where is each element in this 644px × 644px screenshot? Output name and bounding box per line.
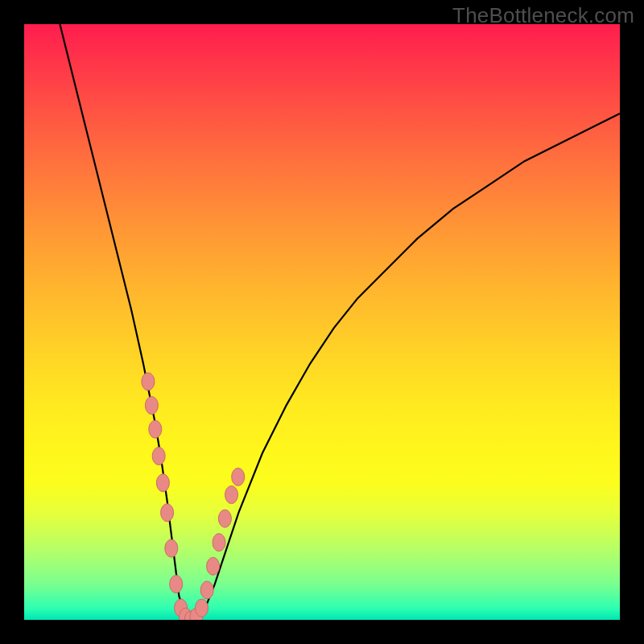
bottleneck-curve-svg: [24, 24, 620, 620]
curve-marker: [156, 474, 169, 492]
curve-marker: [213, 534, 225, 551]
curve-marker: [142, 373, 155, 390]
curve-marker: [200, 581, 213, 599]
bottleneck-curve: [60, 24, 620, 620]
plot-area: [24, 24, 620, 620]
curve-marker: [149, 420, 162, 438]
curve-marker: [218, 510, 231, 527]
curve-marker: [170, 576, 183, 593]
curve-marker: [196, 599, 208, 617]
curve-marker: [152, 448, 165, 465]
curve-marker: [207, 557, 220, 575]
curve-marker: [145, 397, 158, 415]
chart-frame: TheBottleneck.com: [0, 0, 644, 644]
curve-marker: [165, 539, 178, 557]
curve-marker: [225, 486, 238, 504]
watermark-text: TheBottleneck.com: [452, 3, 634, 28]
curve-marker: [161, 504, 174, 522]
curve-markers: [142, 373, 245, 620]
curve-marker: [232, 468, 245, 485]
